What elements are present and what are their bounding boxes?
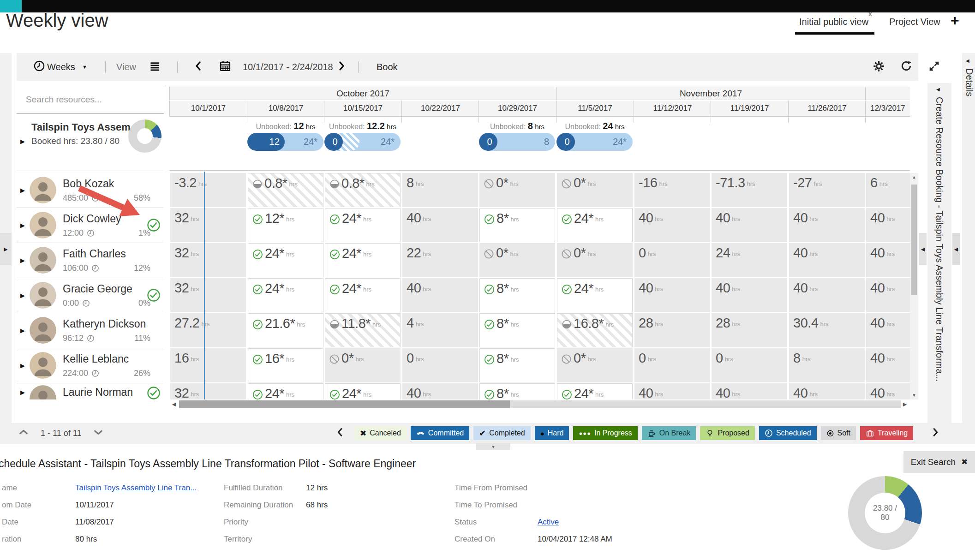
- booking-cell[interactable]: 40 hrs: [866, 348, 910, 382]
- resource-row[interactable]: ▶ Faith Charles106:00 12%: [17, 243, 164, 278]
- grid-scroll-left-icon[interactable]: ◀: [170, 400, 178, 408]
- booking-cell[interactable]: 8* hrs: [479, 313, 555, 347]
- page-up-icon[interactable]: [18, 427, 29, 440]
- booking-cell[interactable]: 16* hrs: [248, 348, 323, 382]
- availability-pill[interactable]: 024*: [556, 133, 633, 151]
- booking-cell[interactable]: 0* hrs: [479, 173, 555, 207]
- create-booking-strip-label[interactable]: Create Resource Booking - Tailspin Toys …: [934, 97, 945, 381]
- booking-cell[interactable]: 0 hrs: [634, 348, 710, 382]
- booking-cell[interactable]: 32 hrs: [170, 208, 246, 242]
- grid-hscroll-thumb[interactable]: [179, 400, 510, 408]
- booking-cell[interactable]: 40 hrs: [866, 243, 910, 277]
- booking-cell[interactable]: 24* hrs: [557, 383, 633, 399]
- booking-cell[interactable]: 40 hrs: [402, 383, 478, 399]
- date-header-cell[interactable]: 10/22/2017: [401, 101, 479, 117]
- booking-cell[interactable]: 8* hrs: [479, 348, 555, 382]
- booking-cell[interactable]: 40 hrs: [712, 383, 787, 399]
- book-button[interactable]: Book: [377, 53, 398, 81]
- booking-cell[interactable]: 24* hrs: [325, 278, 401, 312]
- booking-cell[interactable]: 8 hrs: [789, 348, 865, 382]
- expand-resource-icon[interactable]: ▶: [20, 362, 25, 369]
- booking-cell[interactable]: 24* hrs: [248, 278, 323, 312]
- booking-cell[interactable]: 11.8* hrs: [325, 313, 401, 347]
- search-resources-input[interactable]: [25, 92, 156, 107]
- date-header-cell[interactable]: 12/3/2017: [865, 101, 910, 117]
- booking-cell[interactable]: 40 hrs: [712, 278, 787, 312]
- expand-resource-icon[interactable]: ▶: [20, 222, 25, 229]
- grid-scroll-up-icon[interactable]: ▲: [911, 174, 917, 180]
- booking-cell[interactable]: 8* hrs: [479, 278, 555, 312]
- booking-cell[interactable]: 40 hrs: [634, 278, 710, 312]
- legend-chip-traveling[interactable]: Traveling: [860, 426, 913, 440]
- collapse-details-icon[interactable]: ◀: [966, 58, 969, 63]
- booking-cell[interactable]: 0* hrs: [325, 348, 401, 382]
- booking-cell[interactable]: 0* hrs: [557, 243, 633, 277]
- booking-cell[interactable]: 28 hrs: [712, 313, 787, 347]
- collapse-right-panel-handle[interactable]: ◀: [952, 233, 960, 265]
- resource-row[interactable]: ▶ Kellie Leblanc224:00 26%: [17, 348, 164, 383]
- grid-scroll-down-icon[interactable]: ▼: [911, 392, 917, 399]
- booking-cell[interactable]: 4 hrs: [402, 313, 478, 347]
- booking-cell[interactable]: 0* hrs: [557, 173, 633, 207]
- legend-chip-hard[interactable]: ●Hard: [535, 426, 569, 440]
- expand-resource-icon[interactable]: ▶: [20, 389, 25, 396]
- grid-vscroll[interactable]: ▲ ▼: [910, 173, 918, 399]
- booking-cell[interactable]: 0* hrs: [479, 243, 555, 277]
- chevron-down-icon[interactable]: ▼: [82, 53, 87, 81]
- grid-vscroll-thumb[interactable]: [911, 185, 917, 295]
- booking-cell[interactable]: 28 hrs: [634, 313, 710, 347]
- availability-pill[interactable]: 024*: [324, 133, 401, 151]
- booking-cell[interactable]: 40 hrs: [866, 278, 910, 312]
- booking-cell[interactable]: 0.8* hrs: [248, 173, 323, 207]
- collapse-create-booking-icon[interactable]: ◀: [936, 87, 940, 92]
- panel-splitter-handle[interactable]: ▼: [476, 443, 510, 450]
- booking-cell[interactable]: 12* hrs: [248, 208, 323, 242]
- booking-cell[interactable]: 0 hrs: [634, 243, 710, 277]
- booking-cell[interactable]: 30.4 hrs: [789, 313, 865, 347]
- prev-range-button[interactable]: [193, 53, 204, 81]
- booking-cell[interactable]: 40 hrs: [634, 383, 710, 399]
- legend-chip-on-break[interactable]: On Break: [642, 426, 696, 440]
- availability-pill[interactable]: 08: [479, 133, 555, 151]
- booking-cell[interactable]: 22 hrs: [402, 243, 478, 277]
- booking-cell[interactable]: -16 hrs: [634, 173, 710, 207]
- next-range-button[interactable]: [336, 53, 347, 81]
- booking-cell[interactable]: 0 hrs: [402, 348, 478, 382]
- booking-cell[interactable]: 24* hrs: [557, 208, 633, 242]
- legend-chip-completed[interactable]: ✔Completed: [473, 426, 530, 440]
- booking-cell[interactable]: 8 hrs: [402, 173, 478, 207]
- resource-row[interactable]: ▶ Bob Kozak485:00 58%: [17, 173, 164, 208]
- booking-cell[interactable]: 32 hrs: [170, 383, 246, 399]
- booking-cell[interactable]: -3.2 hrs: [170, 173, 246, 207]
- expand-resource-icon[interactable]: ▶: [20, 187, 25, 194]
- details-strip-label[interactable]: Details: [964, 68, 975, 96]
- tab-project-view[interactable]: Project View: [889, 17, 940, 27]
- date-header-cell[interactable]: 11/19/2017: [711, 101, 788, 117]
- booking-cell[interactable]: 40 hrs: [789, 243, 865, 277]
- booking-cell[interactable]: 40 hrs: [402, 278, 478, 312]
- date-header-cell[interactable]: 11/26/2017: [788, 101, 866, 117]
- date-header-cell[interactable]: 10/1/2017: [169, 101, 247, 117]
- booking-cell[interactable]: 40 hrs: [866, 313, 910, 347]
- booking-cell[interactable]: 6 hrs: [866, 173, 910, 207]
- booking-cell[interactable]: 0* hrs: [557, 348, 633, 382]
- legend-chip-committed[interactable]: Committed: [411, 426, 469, 440]
- expand-left-panel-handle[interactable]: ▶: [0, 233, 12, 265]
- date-header-cell[interactable]: 11/12/2017: [634, 101, 711, 117]
- booking-cell[interactable]: 0 hrs: [712, 348, 787, 382]
- legend-chip-in-progress[interactable]: ●●●In Progress: [573, 426, 637, 440]
- tab-initial-public-view[interactable]: Initial public view: [799, 17, 868, 27]
- booking-cell[interactable]: 24* hrs: [248, 243, 323, 277]
- date-header-cell[interactable]: 11/5/2017: [556, 101, 634, 117]
- booking-cell[interactable]: 0.8* hrs: [325, 173, 401, 207]
- gear-icon[interactable]: [873, 53, 885, 81]
- expand-resource-icon[interactable]: ▶: [20, 257, 25, 264]
- resource-row[interactable]: ▶ Laurie Norman: [17, 383, 164, 399]
- grid-scroll-right-icon[interactable]: ▶: [901, 400, 909, 408]
- booking-cell[interactable]: 24* hrs: [248, 383, 323, 399]
- availability-pill[interactable]: 1224*: [247, 133, 323, 151]
- expand-icon[interactable]: [928, 53, 940, 81]
- expand-resource-icon[interactable]: ▶: [20, 292, 25, 299]
- booking-cell[interactable]: 8* hrs: [479, 383, 555, 399]
- resource-row[interactable]: ▶ Dick Cowley12:00 1%: [17, 208, 164, 243]
